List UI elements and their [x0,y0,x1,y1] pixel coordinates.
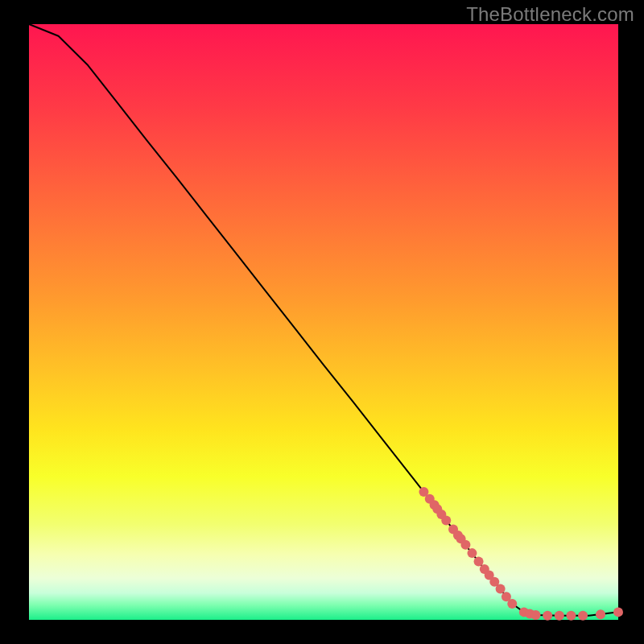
bottleneck-curve [29,24,618,616]
data-marker [496,584,506,594]
chart-svg [29,24,618,620]
data-marker [596,609,605,619]
data-marker [474,556,484,566]
data-marker [578,611,588,621]
data-marker [467,548,477,558]
plot-area [29,24,618,620]
data-marker [543,611,552,621]
data-marker [460,540,470,550]
watermark-text: TheBottleneck.com [466,3,634,26]
data-marker [507,599,517,609]
data-marker [566,611,576,621]
data-marker [441,515,451,525]
chart-frame: TheBottleneck.com [0,0,644,644]
data-marker [613,607,623,617]
data-marker [531,610,541,620]
data-marker [555,611,564,621]
